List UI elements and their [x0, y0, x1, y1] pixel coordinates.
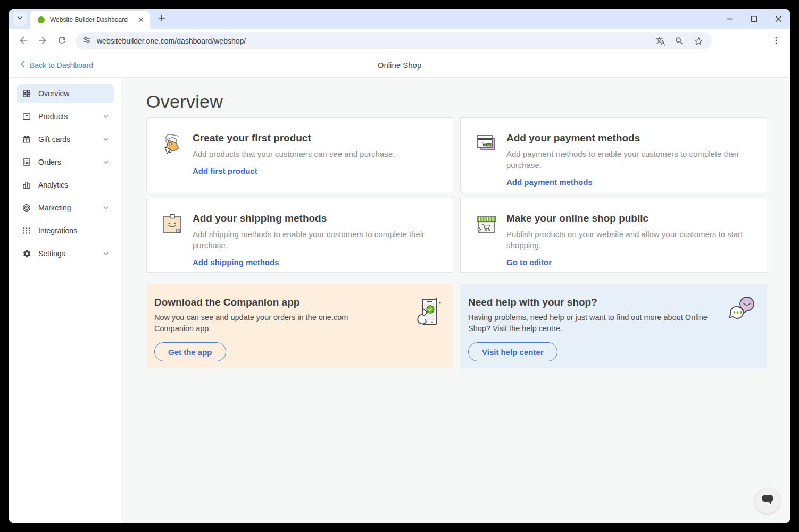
shipping-box-icon	[160, 212, 185, 237]
chevron-down-icon	[16, 14, 23, 23]
new-tab-button[interactable]	[154, 11, 169, 26]
chevron-down-icon	[103, 250, 109, 257]
go-to-editor-link[interactable]: Go to editor	[506, 258, 552, 267]
kebab-menu-icon	[772, 36, 780, 46]
address-bar-actions	[653, 34, 708, 48]
sidebar-item-orders[interactable]: Orders	[17, 153, 114, 172]
address-bar[interactable]: websitebuilder.one.com/dashboard/webshop…	[76, 32, 712, 49]
back-link-label: Back to Dashboard	[30, 61, 93, 70]
card-title: Add your payment methods	[506, 132, 754, 144]
banner-title: Download the Companion app	[154, 297, 443, 308]
page-header-title: Online Shop	[9, 61, 790, 70]
zoom-out-icon[interactable]	[672, 34, 686, 48]
app-top-bar: Online Shop Back to Dashboard	[9, 53, 790, 78]
chevron-down-icon	[103, 136, 109, 142]
close-button[interactable]	[766, 9, 790, 29]
sidebar-item-integrations[interactable]: Integrations	[17, 221, 114, 240]
back-to-dashboard-link[interactable]: Back to Dashboard	[20, 61, 93, 70]
screenshot-canvas: Website Builder Dashboard	[0, 0, 799, 532]
card-title: Create your first product	[193, 132, 395, 144]
site-settings-icon[interactable]	[82, 35, 91, 47]
visit-help-center-button[interactable]: Visit help center	[468, 342, 557, 361]
sidebar-item-label: Gift cards	[38, 135, 70, 143]
banner-description: Now you can see and update your orders i…	[154, 312, 383, 334]
tab-close-icon[interactable]	[136, 15, 146, 24]
window-controls	[717, 9, 790, 29]
card-shipping-methods: Add your shipping methods Add shipping m…	[146, 198, 453, 273]
help-banner: Need help with your shop? Having problem…	[460, 284, 767, 368]
get-the-app-button[interactable]: Get the app	[154, 342, 226, 361]
card-description: Add products that your customers can see…	[193, 148, 395, 159]
grid-icon	[22, 89, 31, 98]
sidebar-item-label: Marketing	[38, 204, 71, 212]
gift-icon	[22, 134, 31, 144]
sidebar-item-label: Overview	[38, 89, 69, 98]
companion-app-icon	[411, 295, 442, 330]
card-payment-methods: Add your payment methods Add payment met…	[460, 117, 767, 192]
tab-search-button[interactable]	[13, 12, 27, 26]
sidebar-item-overview[interactable]: Overview	[17, 84, 114, 103]
add-shipping-methods-link[interactable]: Add shipping methods	[193, 258, 279, 267]
main-content: Overview Create your first	[122, 78, 790, 523]
chevron-down-icon	[103, 113, 109, 120]
card-shop-public: Make your online shop public Publish pro…	[460, 198, 767, 273]
minimize-button[interactable]	[717, 9, 742, 29]
card-description: Add payment methods to enable your custo…	[506, 148, 754, 171]
sidebar-item-label: Products	[38, 112, 68, 121]
card-title: Make your online shop public	[506, 213, 754, 224]
chevron-down-icon	[103, 159, 109, 165]
bookmark-star-icon[interactable]	[692, 34, 705, 48]
chat-launcher-button[interactable]	[755, 488, 780, 513]
card-title: Add your shipping methods	[193, 213, 440, 224]
bar-chart-icon	[22, 180, 31, 190]
browser-tab-strip: Website Builder Dashboard	[9, 9, 790, 29]
sidebar-item-label: Settings	[38, 249, 65, 258]
sidebar-item-label: Integrations	[38, 226, 77, 235]
back-button[interactable]	[14, 32, 32, 50]
box-icon	[22, 112, 31, 121]
chevron-down-icon	[103, 205, 109, 211]
arrow-right-icon	[37, 35, 48, 47]
card-create-product: Create your first product Add products t…	[146, 117, 453, 192]
sidebar-item-label: Analytics	[38, 181, 68, 189]
plus-icon	[157, 14, 166, 24]
help-chat-icon	[726, 295, 755, 326]
sidebar-item-analytics[interactable]: Analytics	[17, 175, 114, 195]
dots-grid-icon	[22, 226, 31, 235]
add-payment-methods-link[interactable]: Add payment methods	[506, 178, 593, 187]
browser-tab[interactable]: Website Builder Dashboard	[30, 11, 150, 29]
storefront-icon	[473, 212, 499, 237]
sidebar-item-products[interactable]: Products	[17, 107, 114, 126]
banner-description: Having problems, need help or just want …	[468, 312, 721, 334]
browser-window: Website Builder Dashboard	[9, 9, 790, 523]
browser-toolbar: websitebuilder.one.com/dashboard/webshop…	[9, 29, 790, 53]
card-description: Add shipping methods to enable your cust…	[193, 229, 440, 251]
add-first-product-link[interactable]: Add first product	[193, 166, 257, 175]
url-text[interactable]: websitebuilder.one.com/dashboard/webshop…	[97, 37, 246, 45]
site-favicon-icon	[38, 16, 45, 23]
browser-menu-button[interactable]	[767, 32, 785, 50]
maximize-button[interactable]	[742, 9, 766, 29]
sidebar-item-label: Orders	[38, 158, 61, 166]
credit-card-icon	[473, 131, 499, 157]
chevron-left-icon	[20, 61, 25, 70]
sidebar-item-gift-cards[interactable]: Gift cards	[17, 130, 114, 149]
sidebar-item-marketing[interactable]: Marketing	[17, 198, 114, 217]
reload-button[interactable]	[53, 32, 71, 50]
content-area: Overview Products Gift cards	[9, 78, 790, 523]
arrow-left-icon	[18, 35, 29, 47]
forward-button[interactable]	[34, 32, 52, 50]
companion-app-banner: Download the Companion app Now you can s…	[146, 284, 453, 368]
page-title: Overview	[146, 91, 767, 112]
target-icon	[22, 203, 31, 213]
price-tag-icon	[160, 131, 185, 157]
translate-icon[interactable]	[653, 34, 667, 48]
card-description: Publish products on your website and all…	[506, 229, 754, 251]
banner-title: Need help with your shop?	[468, 297, 756, 308]
onboarding-cards: Create your first product Add products t…	[146, 117, 767, 273]
list-icon	[22, 157, 31, 167]
sidebar-item-settings[interactable]: Settings	[17, 244, 114, 263]
sidebar: Overview Products Gift cards	[9, 78, 122, 523]
tab-title: Website Builder Dashboard	[50, 16, 136, 23]
promo-banners: Download the Companion app Now you can s…	[146, 284, 767, 368]
